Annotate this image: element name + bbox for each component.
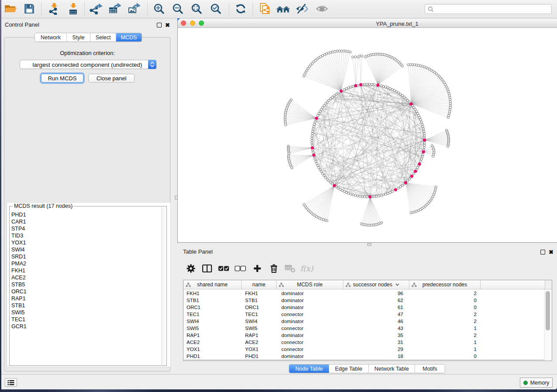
table-row[interactable]: ORC1ORC1dominator610 [183,304,481,311]
mcds-result-node[interactable]: FKH1 [10,267,162,274]
mcds-result-node[interactable]: TEC1 [10,316,162,323]
table-row[interactable]: SWI4SWI4dominator462 [183,318,481,325]
run-mcds-button[interactable]: Run MCDS [41,74,83,83]
mcds-result-node[interactable]: PMA2 [10,260,162,267]
mcds-result-node[interactable]: ORC1 [10,288,162,295]
mcds-result-node[interactable]: GCR1 [10,323,162,330]
mcds-result-node[interactable]: SWI4 [10,246,162,253]
delete-table-icon[interactable] [284,263,297,274]
mcds-result-list[interactable]: PHD1CAR1STP4TID3YOX1SWI4SRD1PMA2FKH1ACE2… [10,211,162,365]
table-panel-close-button[interactable]: ✖ [549,250,554,254]
mcds-result-node[interactable]: STB1 [10,302,162,309]
show-all-icon[interactable] [315,2,329,16]
export-image-icon[interactable] [127,2,141,16]
toolbar-separator [229,3,229,15]
tab-label: Style [73,34,85,41]
save-session-icon[interactable] [22,2,36,16]
tab-label: Edge Table [335,366,362,372]
open-file-icon[interactable] [3,2,17,16]
tab-node-table[interactable]: Node Table [289,364,329,373]
zoom-in-icon[interactable] [152,2,166,16]
table-row[interactable]: ACE2ACE2connector311 [183,339,481,346]
tab-select[interactable]: Select [90,33,116,41]
search-input[interactable] [436,5,551,14]
cell-MCDS-role: dominator [281,304,343,311]
table-row[interactable]: SWI5SWI5connector431 [183,325,481,332]
import-table-icon[interactable] [66,2,80,16]
cell-predecessor-nodes: 2 [409,332,477,339]
cell-shared-name: TEC1 [187,311,239,318]
table-row[interactable]: TEC1TEC1connector472 [183,311,481,318]
column-header-predecessor-nodes[interactable]: predecessor nodes [409,280,481,289]
control-panel-float-button[interactable] [157,23,162,28]
tab-mcds[interactable]: MCDS [116,33,142,41]
graph-nodes[interactable] [284,50,452,226]
tab-network-table[interactable]: Network Table [369,364,415,373]
column-type-icon [412,282,417,289]
column-header-MCDS-role[interactable]: MCDS role [277,280,343,289]
cell-name: STB1 [245,297,275,304]
mcds-result-node[interactable]: ACE2 [10,274,162,281]
tab-edge-table[interactable]: Edge Table [329,364,369,373]
hide-selected-icon[interactable] [295,2,309,16]
column-type-icon [346,282,351,289]
export-table-icon[interactable] [107,2,121,16]
tab-label: Motifs [422,366,437,372]
close-panel-button[interactable]: Close panel [88,74,135,83]
refresh-layout-icon[interactable] [234,2,248,16]
table-row[interactable]: STB1STB1dominator620 [183,297,481,304]
search-box[interactable] [425,4,552,14]
export-network-icon[interactable] [89,2,103,16]
control-panel-title: Control Panel [5,21,39,28]
delete-row-icon[interactable] [267,263,280,274]
mcds-result-node[interactable]: PHD1 [10,211,162,218]
mcds-result-node[interactable]: STP4 [10,225,162,232]
column-header-successor-nodes[interactable]: successor nodes [343,280,409,289]
table-panel-float-button[interactable] [540,250,545,254]
clone-network-icon[interactable] [258,2,272,16]
criterion-dropdown[interactable]: largest connected component (undirected) [20,60,156,69]
mcds-result-node[interactable]: CAR1 [10,218,162,225]
table-scrollbar[interactable] [544,289,552,361]
settings-gear-icon[interactable] [184,263,197,274]
control-panel-close-button[interactable]: ✖ [165,23,170,27]
tab-style[interactable]: Style [67,33,90,41]
mcds-result-node[interactable]: YOX1 [10,239,162,246]
column-header-name[interactable]: name [242,280,277,289]
dropdown-stepper-icon [148,60,156,69]
first-neighbors-icon[interactable] [276,2,290,16]
table-scrollbar-thumb[interactable] [546,291,550,330]
mcds-result-scrollbar[interactable] [161,207,166,365]
cell-MCDS-role: dominator [281,353,343,360]
mcds-result-node[interactable]: STB5 [10,281,162,288]
horizontal-splitter-handle[interactable] [367,243,371,246]
tab-motifs[interactable]: Motifs [415,364,445,373]
cell-shared-name: RAP1 [187,332,239,339]
zoom-fit-icon[interactable] [190,2,204,16]
mcds-result-node[interactable]: TID3 [10,232,162,239]
tab-network[interactable]: Network [35,33,67,41]
table-row[interactable]: YOX1YOX1connector291 [183,346,481,353]
task-history-button[interactable] [5,378,17,387]
mcds-result-node[interactable]: RAP1 [10,295,162,302]
column-label: successor nodes [353,282,392,288]
mcds-result-node[interactable]: SWI5 [10,309,162,316]
node-table: shared namenameMCDS rolesuccessor nodesp… [183,280,552,361]
network-window-titlebar[interactable]: YPA_prune.txt_1 [178,19,557,28]
import-network-icon[interactable] [47,2,61,16]
select-all-icon[interactable] [217,263,230,274]
network-canvas[interactable] [178,28,557,243]
memory-button[interactable]: Memory [520,378,553,388]
cell-shared-name: ACE2 [187,339,239,346]
column-header-shared-name[interactable]: shared name [183,280,242,289]
table-row[interactable]: RAP1RAP1dominator352 [183,332,481,339]
deselect-all-icon[interactable] [234,263,247,274]
table-row[interactable]: PHD1PHD1dominator180 [183,353,481,360]
add-row-icon[interactable] [251,263,264,274]
function-builder-icon[interactable]: f(x) [300,263,313,274]
columns-icon[interactable] [201,263,214,274]
table-row[interactable]: FKH1FKH1dominator962 [183,290,481,297]
mcds-result-node[interactable]: SRD1 [10,253,162,260]
zoom-selected-icon[interactable] [209,2,223,16]
zoom-out-icon[interactable] [171,2,185,16]
